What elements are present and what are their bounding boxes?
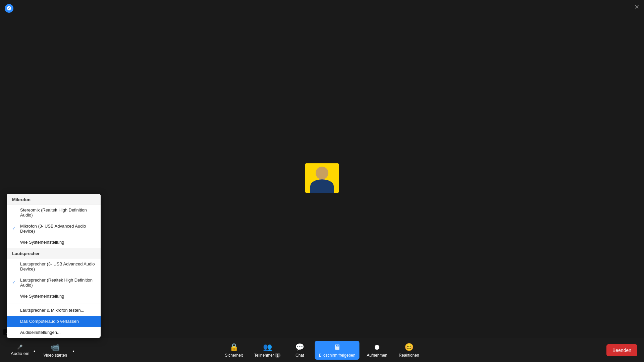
security-button[interactable]: 🔒 Sicherheit bbox=[221, 341, 247, 360]
security-label: Sicherheit bbox=[225, 353, 243, 358]
lautsprecher-option-1: Lautsprecher (3- USB Advanced Audio Devi… bbox=[20, 261, 95, 272]
audio-settings-item[interactable]: Audioeinstellungen... bbox=[7, 327, 101, 338]
chat-icon: 💬 bbox=[295, 343, 304, 352]
reactions-button[interactable]: 😊 Reaktionen bbox=[395, 341, 423, 360]
video-chevron-button[interactable]: ▲ bbox=[71, 347, 77, 353]
lautsprecher-section-title: Lautsprecher bbox=[7, 248, 101, 258]
dropdown-divider-1 bbox=[7, 303, 101, 303]
toolbar-left: 🎤 Audio ein ▲ 📹 Video starten ▲ bbox=[7, 341, 77, 360]
record-label: Aufnehmen bbox=[367, 353, 387, 358]
reactions-icon: 😊 bbox=[405, 343, 414, 352]
lautsprecher-item-3[interactable]: Wie Systemeinstellung bbox=[7, 291, 101, 302]
lautsprecher-option-3: Wie Systemeinstellung bbox=[20, 294, 95, 299]
audio-dropdown-menu: Mikrofon Stereomix (Realtek High Definit… bbox=[7, 194, 101, 338]
mikrofon-option-2: Mikrofon (3- USB Advanced Audio Device) bbox=[20, 224, 95, 234]
toolbar-center: 🔒 Sicherheit 👥 Teilnehmer1 💬 Chat 🖥 Bild… bbox=[221, 341, 423, 360]
leave-audio-label: Das Computeraudio verlassen bbox=[20, 319, 95, 324]
audio-group: 🎤 Audio ein ▲ bbox=[7, 343, 38, 358]
chat-label: Chat bbox=[296, 353, 304, 358]
mikrofon-item-3[interactable]: Wie Systemeinstellung bbox=[7, 237, 101, 248]
test-audio-item[interactable]: Lautsprecher & Mikrofon testen... bbox=[7, 305, 101, 316]
audio-label: Audio ein bbox=[11, 351, 30, 356]
lautsprecher-option-2: Lautsprecher (Realtek High Definition Au… bbox=[20, 278, 95, 288]
video-button[interactable]: 📹 Video starten bbox=[39, 341, 71, 360]
record-icon: ⏺ bbox=[373, 343, 381, 352]
mikrofon-section-title: Mikrofon bbox=[7, 194, 101, 204]
mikrofon-option-1: Stereomix (Realtek High Definition Audio… bbox=[20, 207, 95, 218]
participant-avatar bbox=[305, 163, 339, 193]
camera-icon: 📹 bbox=[51, 343, 60, 352]
screen-share-icon: 🖥 bbox=[333, 343, 341, 352]
lautsprecher-item-1[interactable]: Lautsprecher (3- USB Advanced Audio Devi… bbox=[7, 258, 101, 275]
chevron-up-icon: ▲ bbox=[33, 349, 36, 353]
participants-label: Teilnehmer1 bbox=[254, 353, 281, 358]
check-mark-l2: ✓ bbox=[12, 280, 17, 285]
screen-share-button[interactable]: 🖥 Bildschirm freigeben bbox=[315, 341, 360, 360]
lautsprecher-item-2[interactable]: ✓ Lautsprecher (Realtek High Definition … bbox=[7, 275, 101, 291]
video-chevron-icon: ▲ bbox=[72, 349, 75, 353]
video-label: Video starten bbox=[43, 353, 67, 358]
reactions-label: Reaktionen bbox=[399, 353, 419, 358]
mikrofon-item-1[interactable]: Stereomix (Realtek High Definition Audio… bbox=[7, 204, 101, 221]
mic-icon: 🎤 bbox=[17, 345, 23, 350]
leave-audio-item[interactable]: Das Computeraudio verlassen bbox=[7, 316, 101, 327]
screen-share-label: Bildschirm freigeben bbox=[319, 353, 356, 358]
participants-icon: 👥 bbox=[263, 343, 272, 352]
window-controls: ✕ bbox=[634, 3, 639, 11]
video-group: 📹 Video starten ▲ bbox=[39, 341, 77, 360]
toolbar-right: Beenden bbox=[606, 344, 637, 356]
participants-button[interactable]: 👥 Teilnehmer1 bbox=[250, 341, 285, 360]
close-icon[interactable]: ✕ bbox=[634, 3, 639, 11]
test-audio-label: Lautsprecher & Mikrofon testen... bbox=[20, 308, 95, 313]
mikrofon-option-3: Wie Systemeinstellung bbox=[20, 240, 95, 245]
audio-chevron-button[interactable]: ▲ bbox=[32, 347, 38, 353]
security-icon: 🔒 bbox=[229, 343, 238, 352]
bottom-toolbar: 🎤 Audio ein ▲ 📹 Video starten ▲ bbox=[0, 338, 644, 362]
check-mark-2: ✓ bbox=[12, 226, 17, 231]
audio-button[interactable]: 🎤 Audio ein bbox=[7, 343, 32, 358]
mikrofon-item-2[interactable]: ✓ Mikrofon (3- USB Advanced Audio Device… bbox=[7, 221, 101, 237]
end-meeting-button[interactable]: Beenden bbox=[606, 344, 637, 356]
record-button[interactable]: ⏺ Aufnehmen bbox=[363, 341, 391, 360]
zoom-shield-icon bbox=[5, 4, 13, 13]
chat-button[interactable]: 💬 Chat bbox=[288, 341, 312, 360]
audio-settings-label: Audioeinstellungen... bbox=[20, 330, 95, 335]
